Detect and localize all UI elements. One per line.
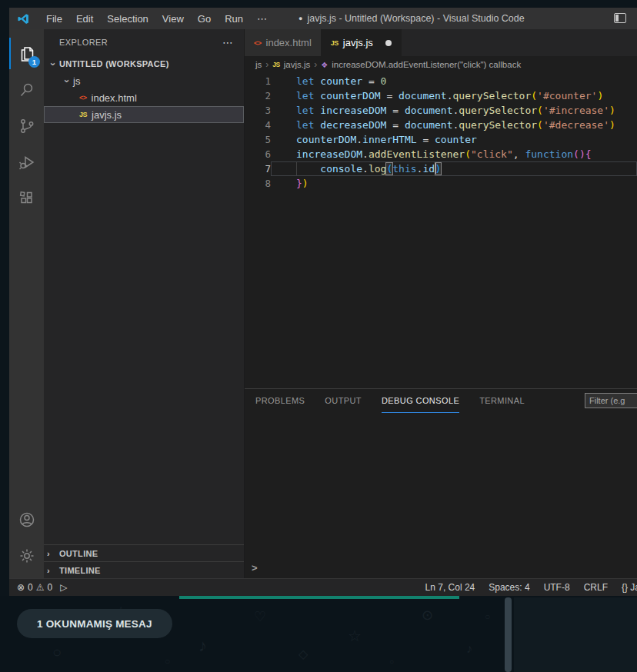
title-bar: FileEditSelectionViewGoRun⋯ ● javjs.js -…: [9, 8, 637, 29]
timeline-section-header[interactable]: › TIMELINE: [44, 561, 244, 578]
run-status-button[interactable]: ▷: [60, 582, 67, 593]
status-item[interactable]: UTF-8: [544, 582, 570, 593]
tree-file-javjs-js[interactable]: JS javjs.js: [44, 106, 244, 123]
debug-repl-prompt-icon[interactable]: >: [252, 562, 258, 574]
tab-label: javjs.js: [343, 37, 373, 48]
line-number: 1: [245, 74, 271, 88]
js-file-icon: JS: [331, 39, 339, 47]
js-file-icon: JS: [79, 111, 87, 118]
doodle-icon: ○: [485, 611, 490, 622]
window-title-text: javjs.js - Untitled (Workspace) - Visual…: [307, 13, 524, 24]
line-number: 4: [245, 118, 271, 132]
vscode-logo-icon: [17, 12, 30, 25]
chevron-down-icon: ›: [48, 58, 59, 70]
settings-button[interactable]: [9, 537, 44, 574]
js-file-icon: JS: [272, 61, 279, 68]
code-line[interactable]: 1let counter = 0: [245, 74, 637, 88]
panel-tab-problems[interactable]: PROBLEMS: [255, 389, 305, 413]
error-circle-icon: ⊗: [17, 582, 25, 593]
status-item[interactable]: CRLF: [584, 582, 608, 593]
doodle-icon: ○: [389, 657, 394, 666]
bottom-panel: PROBLEMSOUTPUTDEBUG CONSOLETERMINAL Filt…: [245, 388, 637, 578]
more-actions-icon[interactable]: ⋯: [222, 36, 233, 48]
menu-selection[interactable]: Selection: [100, 13, 155, 25]
doodle-icon: ⊙: [422, 607, 433, 624]
chevron-right-icon: ›: [47, 566, 59, 575]
activity-bar: 1: [9, 29, 44, 578]
code-line[interactable]: 5counterDOM.innerHTML = counter: [245, 132, 637, 147]
layout-toggle-icon[interactable]: [614, 13, 626, 23]
chevron-down-icon: ›: [62, 75, 73, 87]
doodle-icon: ♪: [466, 642, 472, 656]
breadcrumb-symbol[interactable]: increaseDOM.addEventListener("click") ca…: [332, 60, 521, 69]
panel-tab-debug-console[interactable]: DEBUG CONSOLE: [382, 389, 459, 413]
menu-go[interactable]: Go: [191, 13, 218, 25]
unread-messages-button[interactable]: 1 OKUNMAMIŞ MESAJ: [17, 609, 172, 638]
menu-run[interactable]: Run: [218, 13, 250, 25]
line-number: 3: [245, 103, 271, 118]
activity-explorer-button[interactable]: 1: [9, 35, 44, 72]
html-file-icon: <>: [79, 94, 87, 101]
menu-view[interactable]: View: [155, 13, 191, 25]
line-number: 6: [245, 147, 271, 161]
chevron-right-icon: ›: [47, 549, 59, 558]
accounts-button[interactable]: [9, 501, 44, 537]
breadcrumb-separator-icon: ›: [314, 59, 317, 70]
html-file-icon: <>: [254, 39, 262, 47]
workspace-section-header[interactable]: › UNTITLED (WORKSPACE): [44, 55, 244, 72]
activity-source-control-button[interactable]: [9, 108, 44, 144]
status-item[interactable]: Ln 7, Col 24: [425, 582, 475, 593]
panel-tab-terminal[interactable]: TERMINAL: [479, 389, 525, 413]
code-line[interactable]: 4let decreaseDOM = document.querySelecto…: [245, 118, 637, 132]
code-line[interactable]: 8}): [245, 176, 637, 191]
status-bar: ⊗ 0 ⚠ 0 ▷ Ln 7, Col 24Spaces: 4UTF-8CRLF…: [9, 578, 637, 596]
vscode-window: FileEditSelectionViewGoRun⋯ ● javjs.js -…: [9, 8, 637, 596]
code-line[interactable]: 2let counterDOM = document.querySelector…: [245, 88, 637, 103]
unsaved-dot-icon[interactable]: [385, 40, 392, 46]
activity-run-debug-button[interactable]: [9, 144, 44, 180]
code-editor[interactable]: 1let counter = 02let counterDOM = docume…: [245, 73, 637, 388]
tab-javjs-js[interactable]: JS javjs.js: [322, 29, 402, 56]
line-number: 8: [245, 176, 271, 191]
editor-group: <> index.html JS javjs.js js › JS javjs.…: [245, 29, 637, 578]
tree-file-index-html[interactable]: <> index.html: [44, 89, 244, 106]
breadcrumb-folder[interactable]: js: [255, 60, 262, 69]
activity-extensions-button[interactable]: [9, 180, 44, 216]
search-icon: [18, 81, 36, 99]
tab-index-html[interactable]: <> index.html: [245, 29, 322, 56]
menu-edit[interactable]: Edit: [69, 13, 100, 25]
editor-tabs-bar: <> index.html JS javjs.js: [245, 29, 637, 56]
code-lines: 1let counter = 02let counterDOM = docume…: [245, 74, 637, 191]
whatsapp-scrollbar[interactable]: [505, 597, 512, 672]
tree-folder-js[interactable]: › js: [44, 72, 244, 89]
explorer-sidebar: EXPLORER ⋯ › UNTITLED (WORKSPACE) › js <…: [44, 29, 245, 578]
outline-section-header[interactable]: › OUTLINE: [44, 544, 244, 561]
menu-⋯[interactable]: ⋯: [250, 13, 274, 25]
debug-filter-input[interactable]: Filter (e.g: [585, 393, 637, 408]
doodle-icon: ○: [52, 644, 62, 661]
menu-file[interactable]: File: [39, 13, 69, 25]
panel-tab-output[interactable]: OUTPUT: [325, 389, 362, 413]
breadcrumb-file[interactable]: javjs.js: [284, 60, 311, 69]
run-arrow-icon: ▷: [60, 582, 67, 593]
doodle-icon: ♡: [254, 608, 266, 625]
file-label: index.html: [92, 92, 137, 104]
status-item[interactable]: {} Ja: [622, 582, 637, 593]
breadcrumb-separator-icon: ›: [265, 59, 268, 70]
code-line[interactable]: 6increaseDOM.addEventListener("click", f…: [245, 147, 637, 161]
activity-search-button[interactable]: [9, 72, 44, 108]
problems-status[interactable]: ⊗ 0 ⚠ 0: [17, 582, 52, 593]
sidebar-title: EXPLORER: [59, 38, 108, 47]
line-number: 5: [245, 132, 271, 147]
status-bar-right: Ln 7, Col 24Spaces: 4UTF-8CRLF{} Ja: [425, 582, 637, 593]
doodle-icon: ◇: [298, 647, 308, 661]
doodle-icon: ○: [165, 656, 170, 667]
breadcrumb[interactable]: js › JS javjs.js › ❖ increaseDOM.addEven…: [245, 56, 637, 73]
folder-label: js: [73, 75, 80, 87]
whatsapp-side-panel: [514, 597, 637, 672]
gear-icon: [18, 547, 36, 565]
explorer-badge: 1: [28, 56, 40, 68]
code-line[interactable]: 7 console.log(this.id): [245, 161, 637, 176]
status-item[interactable]: Spaces: 4: [489, 582, 529, 593]
code-line[interactable]: 3let increaseDOM = document.querySelecto…: [245, 103, 637, 118]
